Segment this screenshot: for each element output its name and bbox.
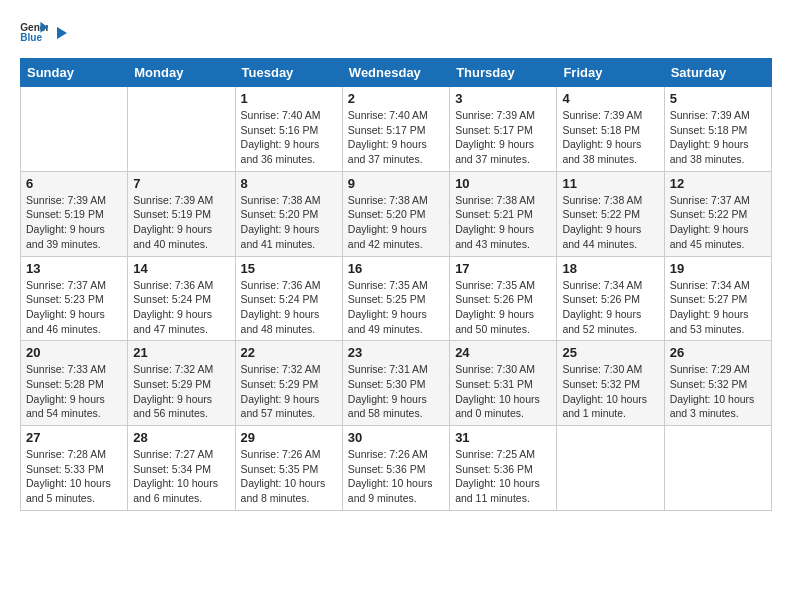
calendar-cell: 3Sunrise: 7:39 AM Sunset: 5:17 PM Daylig… — [450, 87, 557, 172]
calendar-cell: 11Sunrise: 7:38 AM Sunset: 5:22 PM Dayli… — [557, 171, 664, 256]
calendar-cell: 6Sunrise: 7:39 AM Sunset: 5:19 PM Daylig… — [21, 171, 128, 256]
day-info: Sunrise: 7:39 AM Sunset: 5:19 PM Dayligh… — [26, 193, 122, 252]
calendar-cell — [128, 87, 235, 172]
calendar-cell — [664, 426, 771, 511]
day-number: 13 — [26, 261, 122, 276]
day-number: 24 — [455, 345, 551, 360]
day-info: Sunrise: 7:38 AM Sunset: 5:20 PM Dayligh… — [241, 193, 337, 252]
day-info: Sunrise: 7:32 AM Sunset: 5:29 PM Dayligh… — [133, 362, 229, 421]
calendar-cell: 13Sunrise: 7:37 AM Sunset: 5:23 PM Dayli… — [21, 256, 128, 341]
day-number: 1 — [241, 91, 337, 106]
day-info: Sunrise: 7:36 AM Sunset: 5:24 PM Dayligh… — [241, 278, 337, 337]
day-info: Sunrise: 7:39 AM Sunset: 5:19 PM Dayligh… — [133, 193, 229, 252]
calendar-cell — [21, 87, 128, 172]
calendar-cell: 2Sunrise: 7:40 AM Sunset: 5:17 PM Daylig… — [342, 87, 449, 172]
day-of-week-header: Saturday — [664, 59, 771, 87]
day-number: 3 — [455, 91, 551, 106]
day-number: 2 — [348, 91, 444, 106]
day-info: Sunrise: 7:33 AM Sunset: 5:28 PM Dayligh… — [26, 362, 122, 421]
day-of-week-header: Thursday — [450, 59, 557, 87]
calendar-cell — [557, 426, 664, 511]
day-info: Sunrise: 7:40 AM Sunset: 5:16 PM Dayligh… — [241, 108, 337, 167]
day-number: 5 — [670, 91, 766, 106]
calendar-cell: 20Sunrise: 7:33 AM Sunset: 5:28 PM Dayli… — [21, 341, 128, 426]
calendar-cell: 23Sunrise: 7:31 AM Sunset: 5:30 PM Dayli… — [342, 341, 449, 426]
day-number: 16 — [348, 261, 444, 276]
calendar-cell: 31Sunrise: 7:25 AM Sunset: 5:36 PM Dayli… — [450, 426, 557, 511]
day-info: Sunrise: 7:29 AM Sunset: 5:32 PM Dayligh… — [670, 362, 766, 421]
day-number: 30 — [348, 430, 444, 445]
day-info: Sunrise: 7:26 AM Sunset: 5:36 PM Dayligh… — [348, 447, 444, 506]
calendar-cell: 7Sunrise: 7:39 AM Sunset: 5:19 PM Daylig… — [128, 171, 235, 256]
logo: General Blue — [20, 20, 70, 42]
day-number: 8 — [241, 176, 337, 191]
day-number: 15 — [241, 261, 337, 276]
calendar-cell: 8Sunrise: 7:38 AM Sunset: 5:20 PM Daylig… — [235, 171, 342, 256]
day-number: 28 — [133, 430, 229, 445]
day-info: Sunrise: 7:34 AM Sunset: 5:26 PM Dayligh… — [562, 278, 658, 337]
calendar-cell: 28Sunrise: 7:27 AM Sunset: 5:34 PM Dayli… — [128, 426, 235, 511]
day-info: Sunrise: 7:39 AM Sunset: 5:18 PM Dayligh… — [670, 108, 766, 167]
day-of-week-header: Wednesday — [342, 59, 449, 87]
calendar-cell: 29Sunrise: 7:26 AM Sunset: 5:35 PM Dayli… — [235, 426, 342, 511]
day-number: 21 — [133, 345, 229, 360]
day-info: Sunrise: 7:27 AM Sunset: 5:34 PM Dayligh… — [133, 447, 229, 506]
day-number: 18 — [562, 261, 658, 276]
day-number: 22 — [241, 345, 337, 360]
day-info: Sunrise: 7:28 AM Sunset: 5:33 PM Dayligh… — [26, 447, 122, 506]
calendar-cell: 30Sunrise: 7:26 AM Sunset: 5:36 PM Dayli… — [342, 426, 449, 511]
day-info: Sunrise: 7:39 AM Sunset: 5:17 PM Dayligh… — [455, 108, 551, 167]
calendar-cell: 26Sunrise: 7:29 AM Sunset: 5:32 PM Dayli… — [664, 341, 771, 426]
svg-marker-3 — [57, 27, 67, 39]
logo-icon: General Blue — [20, 20, 48, 42]
day-number: 12 — [670, 176, 766, 191]
calendar-cell: 18Sunrise: 7:34 AM Sunset: 5:26 PM Dayli… — [557, 256, 664, 341]
logo-arrow-icon — [53, 25, 69, 41]
day-number: 26 — [670, 345, 766, 360]
day-number: 11 — [562, 176, 658, 191]
day-number: 7 — [133, 176, 229, 191]
day-info: Sunrise: 7:35 AM Sunset: 5:25 PM Dayligh… — [348, 278, 444, 337]
calendar-cell: 22Sunrise: 7:32 AM Sunset: 5:29 PM Dayli… — [235, 341, 342, 426]
day-info: Sunrise: 7:36 AM Sunset: 5:24 PM Dayligh… — [133, 278, 229, 337]
calendar-cell: 14Sunrise: 7:36 AM Sunset: 5:24 PM Dayli… — [128, 256, 235, 341]
day-number: 29 — [241, 430, 337, 445]
day-info: Sunrise: 7:25 AM Sunset: 5:36 PM Dayligh… — [455, 447, 551, 506]
day-number: 10 — [455, 176, 551, 191]
day-number: 27 — [26, 430, 122, 445]
day-info: Sunrise: 7:30 AM Sunset: 5:32 PM Dayligh… — [562, 362, 658, 421]
day-number: 23 — [348, 345, 444, 360]
day-number: 4 — [562, 91, 658, 106]
day-number: 20 — [26, 345, 122, 360]
day-number: 31 — [455, 430, 551, 445]
day-number: 17 — [455, 261, 551, 276]
calendar-cell: 27Sunrise: 7:28 AM Sunset: 5:33 PM Dayli… — [21, 426, 128, 511]
calendar-cell: 1Sunrise: 7:40 AM Sunset: 5:16 PM Daylig… — [235, 87, 342, 172]
day-info: Sunrise: 7:37 AM Sunset: 5:22 PM Dayligh… — [670, 193, 766, 252]
day-info: Sunrise: 7:31 AM Sunset: 5:30 PM Dayligh… — [348, 362, 444, 421]
calendar-cell: 19Sunrise: 7:34 AM Sunset: 5:27 PM Dayli… — [664, 256, 771, 341]
calendar-cell: 21Sunrise: 7:32 AM Sunset: 5:29 PM Dayli… — [128, 341, 235, 426]
day-of-week-header: Tuesday — [235, 59, 342, 87]
page-header: General Blue — [20, 20, 772, 42]
day-info: Sunrise: 7:26 AM Sunset: 5:35 PM Dayligh… — [241, 447, 337, 506]
day-info: Sunrise: 7:39 AM Sunset: 5:18 PM Dayligh… — [562, 108, 658, 167]
calendar-cell: 9Sunrise: 7:38 AM Sunset: 5:20 PM Daylig… — [342, 171, 449, 256]
calendar-cell: 25Sunrise: 7:30 AM Sunset: 5:32 PM Dayli… — [557, 341, 664, 426]
calendar-table: SundayMondayTuesdayWednesdayThursdayFrid… — [20, 58, 772, 511]
calendar-cell: 16Sunrise: 7:35 AM Sunset: 5:25 PM Dayli… — [342, 256, 449, 341]
svg-text:Blue: Blue — [20, 32, 42, 42]
day-info: Sunrise: 7:32 AM Sunset: 5:29 PM Dayligh… — [241, 362, 337, 421]
day-number: 19 — [670, 261, 766, 276]
day-info: Sunrise: 7:38 AM Sunset: 5:22 PM Dayligh… — [562, 193, 658, 252]
day-of-week-header: Monday — [128, 59, 235, 87]
calendar-cell: 17Sunrise: 7:35 AM Sunset: 5:26 PM Dayli… — [450, 256, 557, 341]
day-number: 6 — [26, 176, 122, 191]
day-of-week-header: Friday — [557, 59, 664, 87]
day-info: Sunrise: 7:37 AM Sunset: 5:23 PM Dayligh… — [26, 278, 122, 337]
day-of-week-header: Sunday — [21, 59, 128, 87]
calendar-cell: 5Sunrise: 7:39 AM Sunset: 5:18 PM Daylig… — [664, 87, 771, 172]
calendar-cell: 4Sunrise: 7:39 AM Sunset: 5:18 PM Daylig… — [557, 87, 664, 172]
calendar-cell: 10Sunrise: 7:38 AM Sunset: 5:21 PM Dayli… — [450, 171, 557, 256]
calendar-cell: 12Sunrise: 7:37 AM Sunset: 5:22 PM Dayli… — [664, 171, 771, 256]
